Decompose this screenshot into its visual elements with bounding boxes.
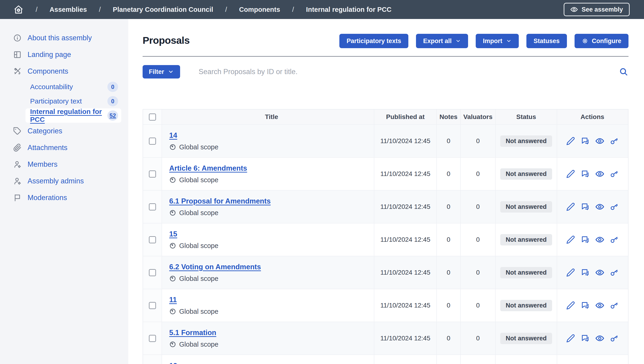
proposal-title-link[interactable]: Article 6: Amendments (169, 164, 247, 172)
scope-label: Global scope (179, 340, 218, 348)
edit-pencil-icon[interactable] (566, 170, 575, 178)
row-checkbox[interactable] (149, 203, 156, 210)
preview-eye-icon[interactable] (596, 235, 604, 244)
proposal-title-link[interactable]: 15 (169, 230, 177, 238)
answer-chat-icon[interactable] (581, 334, 590, 343)
row-checkbox[interactable] (149, 236, 156, 243)
see-assembly-button[interactable]: See assembly (564, 3, 630, 16)
participatory-texts-button[interactable]: Participatory texts (339, 34, 408, 48)
select-all-checkbox[interactable] (149, 114, 156, 121)
status-badge: Not answered (500, 300, 552, 311)
sidebar-item-members[interactable]: Members (0, 156, 128, 173)
answer-chat-icon[interactable] (581, 202, 590, 211)
gear-icon (582, 38, 588, 44)
answer-chat-icon[interactable] (581, 301, 590, 310)
scope-clock-icon (169, 144, 176, 150)
breadcrumb-current[interactable]: Internal regulation for PCC (306, 6, 392, 14)
breadcrumb-components[interactable]: Components (239, 6, 280, 14)
valuators-count: 0 (460, 125, 495, 157)
valuators-count (460, 355, 495, 364)
permissions-key-icon[interactable] (610, 334, 619, 343)
published-at: 11/10/2024 12:45 (374, 158, 436, 190)
proposal-title-link[interactable]: 6.1 Proposal for Amendments (169, 197, 270, 206)
sidebar-item-categories[interactable]: Categories (0, 123, 128, 140)
scope-clock-icon (169, 176, 176, 184)
sidebar-item-about[interactable]: About this assembly (0, 30, 128, 46)
proposal-title-link[interactable]: 11 (169, 296, 177, 304)
permissions-key-icon[interactable] (610, 301, 619, 310)
table-row: Article 6: Amendments Global scope 11/10… (143, 157, 628, 190)
row-checkbox[interactable] (149, 302, 156, 309)
edit-pencil-icon[interactable] (566, 301, 575, 310)
sidebar-item-moderations[interactable]: Moderations (0, 190, 128, 206)
scope-label: Global scope (179, 176, 218, 184)
sidebar-item-participatory-text[interactable]: Participatory text 0 (26, 94, 121, 108)
breadcrumb-assemblies[interactable]: Assemblies (50, 6, 87, 14)
preview-eye-icon[interactable] (596, 301, 604, 310)
column-header-actions: Actions (557, 110, 628, 124)
search-icon[interactable] (619, 67, 628, 77)
preview-eye-icon[interactable] (596, 136, 604, 146)
scope-label: Global scope (179, 242, 218, 250)
breadcrumb-assembly-name[interactable]: Planetary Coordination Council (113, 6, 213, 14)
row-checkbox[interactable] (149, 170, 156, 178)
valuators-count: 0 (460, 256, 495, 289)
permissions-key-icon[interactable] (610, 235, 619, 244)
edit-pencil-icon[interactable] (566, 268, 575, 277)
statuses-button[interactable]: Statuses (526, 34, 567, 48)
row-checkbox[interactable] (149, 335, 156, 342)
edit-pencil-icon[interactable] (566, 334, 575, 343)
status-badge: Not answered (500, 333, 552, 344)
permissions-key-icon[interactable] (610, 268, 619, 277)
proposal-title-link[interactable]: 6.2 Voting on Amendments (169, 263, 261, 271)
edit-pencil-icon[interactable] (566, 136, 575, 146)
preview-eye-icon[interactable] (596, 202, 604, 211)
published-at: 11/10/2024 12:45 (374, 190, 436, 223)
scope-clock-icon (169, 341, 176, 348)
configure-button[interactable]: Configure (574, 34, 629, 48)
preview-eye-icon[interactable] (596, 170, 604, 178)
permissions-key-icon[interactable] (610, 136, 619, 146)
table-row: 6.2 Voting on Amendments Global scope 11… (143, 256, 628, 289)
permissions-key-icon[interactable] (610, 202, 619, 211)
proposal-title-link[interactable]: 5.1 Formation (169, 328, 216, 337)
row-checkbox[interactable] (149, 138, 156, 145)
answer-chat-icon[interactable] (581, 235, 590, 244)
home-icon[interactable] (14, 4, 24, 14)
header-divider (142, 56, 628, 57)
answer-chat-icon[interactable] (581, 268, 590, 277)
sidebar-item-internal-regulation[interactable]: Internal regulation for PCC 52 (26, 108, 121, 123)
sidebar-item-components[interactable]: Components (0, 63, 128, 80)
edit-pencil-icon[interactable] (566, 235, 575, 244)
search-input[interactable] (198, 68, 619, 76)
table-row: 6.1 Proposal for Amendments Global scope… (143, 190, 628, 223)
answer-chat-icon[interactable] (581, 170, 590, 178)
published-at: 11/10/2024 12:45 (374, 256, 436, 289)
breadcrumb: / Assemblies / Planetary Coordination Co… (36, 6, 392, 14)
sidebar-item-landing-page[interactable]: Landing page (0, 46, 128, 63)
answer-chat-icon[interactable] (581, 136, 590, 146)
notes-count: 0 (436, 256, 460, 289)
row-checkbox[interactable] (149, 269, 156, 276)
breadcrumb-separator: / (225, 6, 227, 14)
sidebar-item-assembly-admins[interactable]: Assembly admins (0, 173, 128, 190)
filter-row: Filter (142, 65, 628, 78)
sidebar-subitem-label: Internal regulation for PCC (30, 108, 108, 124)
permissions-key-icon[interactable] (610, 170, 619, 178)
breadcrumb-separator: / (36, 6, 38, 14)
edit-pencil-icon[interactable] (566, 202, 575, 211)
export-all-button[interactable]: Export all (416, 34, 468, 48)
main-content: Proposals Participatory texts Export all… (128, 19, 644, 364)
proposal-title-link[interactable]: 12 (169, 362, 177, 364)
proposal-title-link[interactable]: 14 (169, 131, 177, 140)
scope-line: Global scope (169, 143, 218, 151)
import-button[interactable]: Import (476, 34, 519, 48)
valuators-count: 0 (460, 224, 495, 256)
sidebar-item-attachments[interactable]: Attachments (0, 140, 128, 156)
sidebar-item-accountability[interactable]: Accountability 0 (26, 80, 121, 94)
paperclip-icon (13, 144, 22, 152)
preview-eye-icon[interactable] (596, 334, 604, 343)
filter-button[interactable]: Filter (142, 65, 180, 78)
page-title: Proposals (142, 35, 190, 46)
preview-eye-icon[interactable] (596, 268, 604, 277)
